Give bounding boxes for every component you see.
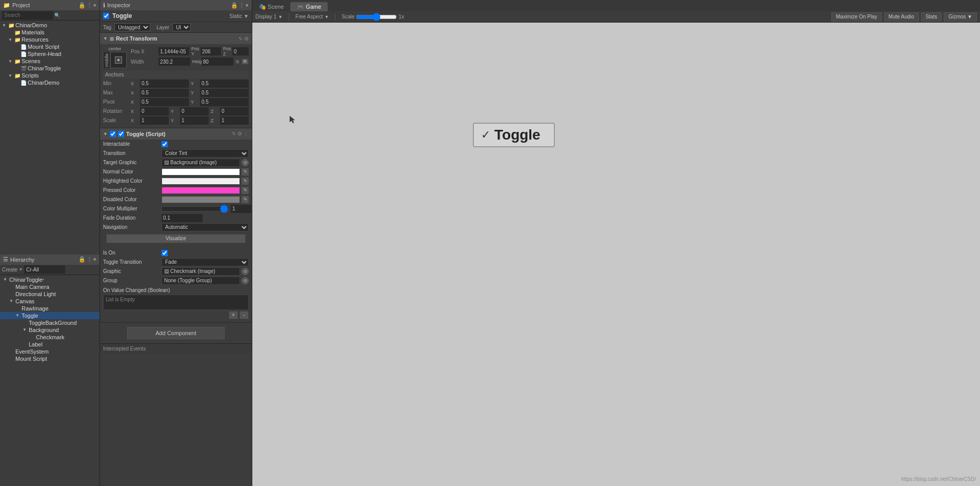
rot-y-input[interactable] (180, 107, 209, 115)
project-item-chinartoggle[interactable]: 🎬 ChinarToggle (0, 65, 99, 72)
hierarchy-item-eventsystem[interactable]: EventSystem (0, 348, 99, 355)
project-item-spherehead[interactable]: 📄 Sphere-Head (0, 50, 99, 57)
layer-select[interactable]: UI (172, 23, 191, 31)
event-add-btn[interactable]: + (229, 311, 238, 319)
hierarchy-item-label[interactable]: Label (0, 341, 99, 348)
hierarchy-search-input[interactable] (24, 265, 65, 274)
gameobject-active-checkbox[interactable] (103, 13, 109, 19)
toggle-script-settings-icon[interactable]: ⚙ (237, 131, 242, 137)
display-dropdown-icon[interactable]: ▼ (278, 14, 283, 20)
r-button[interactable]: R (242, 59, 249, 65)
toggle-script-edit-icon[interactable]: ✎ (232, 131, 236, 137)
height-input[interactable] (202, 57, 233, 66)
tag-select[interactable]: Untagged (114, 23, 150, 31)
anchor-preview[interactable] (110, 52, 127, 68)
resize-icon[interactable]: ⊞ (235, 59, 239, 64)
pressed-color-swatch[interactable] (162, 187, 240, 194)
pressed-color-edit-btn[interactable]: ✎ (242, 187, 249, 194)
add-component-button[interactable]: Add Component (127, 327, 225, 339)
hierarchy-lock-icon[interactable]: 🔒 (78, 256, 86, 263)
toggle-transition-select[interactable]: Fade (162, 258, 249, 266)
static-button[interactable]: Static ▼ (229, 13, 249, 19)
posx-input[interactable] (158, 47, 189, 55)
project-item-scenes[interactable]: ▼ 📁 Scenes (0, 57, 99, 65)
project-item-resources[interactable]: ▼ 📁 Resources (0, 36, 99, 43)
project-menu-icon[interactable]: ⋮ (87, 2, 92, 9)
rect-transform-settings-icon[interactable]: ⚙ (244, 36, 249, 42)
min-y-input[interactable] (200, 80, 249, 88)
posz-input[interactable] (232, 47, 249, 55)
project-item-scripts[interactable]: ▼ 📁 Scripts (0, 72, 99, 79)
hierarchy-item-canvas[interactable]: ▼ Canvas (0, 298, 99, 305)
color-multiplier-slider[interactable] (162, 206, 229, 211)
ison-checkbox[interactable] (162, 250, 168, 256)
toggle-script-header[interactable]: ▼ Toggle (Script) ✎ ⚙ ⋮ (100, 128, 252, 140)
maximize-on-play-button[interactable]: Maximize On Play (831, 12, 882, 22)
hierarchy-item-rawimage[interactable]: RawImage (0, 305, 99, 312)
hierarchy-item-chinartoggle[interactable]: ▼ ChinarToggle* (0, 276, 99, 283)
fade-duration-input[interactable] (162, 214, 203, 222)
visualize-button[interactable]: Visualize (106, 234, 246, 243)
inspector-close-icon[interactable]: × (246, 2, 249, 9)
hierarchy-close-icon[interactable]: × (93, 256, 96, 263)
hierarchy-item-maincamera[interactable]: Main Camera (0, 283, 99, 290)
hierarchy-item-toggle[interactable]: ▼ Toggle (0, 312, 99, 319)
scale-y-input[interactable] (180, 116, 209, 125)
max-y-input[interactable] (200, 89, 249, 97)
hierarchy-item-checkmark[interactable]: Checkmark (0, 334, 99, 341)
toggle-script-active-checkbox[interactable] (118, 131, 124, 137)
gizmos-button[interactable]: Gizmos ▼ (944, 12, 977, 22)
project-item-materials[interactable]: 📁 Materials (0, 29, 99, 36)
target-graphic-circle-btn[interactable]: ◎ (242, 159, 249, 166)
pivot-y-input[interactable] (200, 98, 249, 106)
event-remove-btn[interactable]: - (239, 311, 249, 319)
hierarchy-item-togglebackground[interactable]: ToggleBackGround (0, 319, 99, 326)
aspect-dropdown-icon[interactable]: ▼ (324, 14, 329, 20)
rect-transform-edit-icon[interactable]: ✎ (238, 36, 243, 42)
inspector-menu-icon[interactable]: ⋮ (239, 2, 245, 9)
project-item-chinardemo[interactable]: ▼ 📁 ChinarDemo (0, 22, 99, 29)
normal-color-swatch[interactable] (162, 168, 240, 176)
project-lock-icon[interactable]: 🔒 (78, 2, 86, 9)
hierarchy-item-mountscript[interactable]: Mount Script (0, 355, 99, 362)
group-circle-btn[interactable]: ◎ (242, 277, 249, 284)
scale-slider[interactable] (356, 14, 397, 20)
rot-z-input[interactable] (220, 107, 249, 115)
graphic-circle-btn[interactable]: ◎ (242, 268, 249, 275)
max-x-label: X (131, 90, 138, 95)
scale-x-label: X (131, 118, 138, 123)
pivot-x-input[interactable] (140, 98, 189, 106)
disabled-color-edit-btn[interactable]: ✎ (242, 196, 249, 203)
scale-x-input[interactable] (140, 116, 169, 125)
max-x-input[interactable] (140, 89, 189, 97)
game-tab[interactable]: 🎮 Game (290, 2, 328, 11)
stats-button[interactable]: Stats (921, 12, 942, 22)
rot-x-input[interactable] (140, 107, 169, 115)
navigation-select[interactable]: Automatic (162, 223, 249, 231)
rect-transform-header[interactable]: ▼ ⊞ Rect Transform ✎ ⚙ (100, 33, 252, 44)
inspector-lock-icon[interactable]: 🔒 (231, 2, 238, 9)
hierarchy-menu-icon[interactable]: ⋮ (87, 256, 92, 263)
normal-color-edit-btn[interactable]: ✎ (242, 168, 249, 176)
color-multiplier-value[interactable] (231, 205, 251, 213)
toggle-script-more-icon[interactable]: ⋮ (244, 131, 249, 137)
hierarchy-item-directionallight[interactable]: Directional Light (0, 290, 99, 298)
hierarchy-item-background[interactable]: ▼ Background (0, 326, 99, 334)
scale-z-input[interactable] (220, 116, 249, 125)
toggle-script-enabled-checkbox[interactable] (110, 131, 116, 137)
min-x-input[interactable] (140, 80, 189, 88)
transition-select[interactable]: Color Tint (162, 149, 249, 158)
highlighted-color-edit-btn[interactable]: ✎ (242, 178, 249, 185)
project-item-mountscript[interactable]: 📄 Mount Script (0, 43, 99, 50)
width-input[interactable] (158, 57, 190, 66)
disabled-color-swatch[interactable] (162, 196, 240, 203)
project-search-input[interactable] (2, 11, 53, 20)
posy-input[interactable] (201, 47, 221, 55)
mute-audio-button[interactable]: Mute Audio (884, 12, 919, 22)
highlighted-color-swatch[interactable] (162, 178, 240, 185)
create-dropdown-icon[interactable]: ▼ (18, 267, 23, 272)
project-item-chinardemo-script[interactable]: 📄 ChinarDemo (0, 79, 99, 86)
project-close-icon[interactable]: × (93, 2, 96, 9)
interactable-checkbox[interactable] (162, 141, 168, 147)
scene-tab[interactable]: 🎭 Scene (252, 2, 290, 11)
